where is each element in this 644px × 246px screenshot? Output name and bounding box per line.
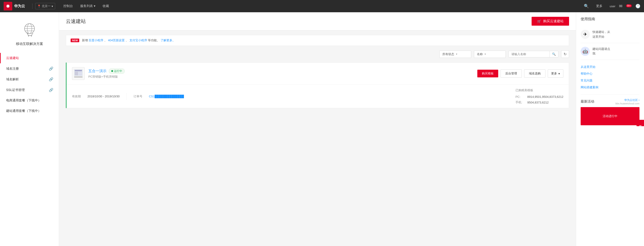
search-input[interactable] xyxy=(509,51,550,57)
content-area: 云速建站 🛒 购买云速建站 NEW 新增 百度小程序 、 404页面设置 、 支… xyxy=(59,12,576,246)
link-icon: 🔗 xyxy=(49,66,53,71)
message-icon[interactable]: ✉ xyxy=(619,4,622,9)
buy-template-button[interactable]: 购买模板 xyxy=(477,70,498,77)
new-badge: NEW xyxy=(70,38,79,42)
nav-console[interactable]: 控制台 xyxy=(60,0,76,12)
search-button[interactable]: 🔍 xyxy=(550,51,558,57)
site-name[interactable]: 五合一演示 xyxy=(88,69,106,73)
username[interactable]: user xyxy=(610,4,616,8)
activity-banner-text: 活动进行中 xyxy=(603,114,618,118)
sidebar-item-domain-register[interactable]: 域名注册 🔗 xyxy=(0,63,59,74)
order-value[interactable]: CS1██████████████ xyxy=(149,95,184,98)
notice-text: 新增 百度小程序 、 404页面设置 、 支付宝小程序 等功能。 了解更多。 xyxy=(82,38,175,42)
link-start[interactable]: 从这里开始 xyxy=(581,63,640,70)
topnav-right: 🔍 更多 user ✉ 99+ 🕐 xyxy=(584,0,640,12)
site-status-badge: 运行中 xyxy=(109,68,125,74)
message-badge: 99+ xyxy=(626,4,632,7)
more-label[interactable]: 更多 xyxy=(592,0,606,12)
svg-rect-18 xyxy=(74,76,82,78)
guide-bot-icon: 🤖 xyxy=(581,47,590,56)
pc-label: PC: xyxy=(516,95,524,98)
domain-select-button[interactable]: 域名选购 xyxy=(524,69,546,78)
site-info: 五合一演示 运行中 PC营销版+手机营销版 xyxy=(88,68,477,79)
cart-icon: 🛒 xyxy=(537,19,541,23)
site-card: 五合一演示 运行中 PC营销版+手机营销版 购买模板 后台管理 域名选购 xyxy=(66,62,569,108)
location-selector[interactable]: 📍 北京一 ▾ xyxy=(35,3,55,9)
notice-link-404[interactable]: 404页面设置 xyxy=(108,38,125,42)
svg-point-11 xyxy=(31,36,32,36)
template-pc-row: PC: 8914,9501,9504,8373,6212 xyxy=(516,95,564,98)
logo-text: 华为云 xyxy=(14,4,25,9)
search-icon[interactable]: 🔍 xyxy=(584,4,589,9)
status-text: 运行中 xyxy=(114,69,122,73)
guide-start-icon: ✈ xyxy=(581,30,590,39)
activity-section: 最新活动 华为云社区 › bbs.huaweicloud.com xyxy=(581,98,640,105)
svg-point-10 xyxy=(28,36,29,36)
huawei-logo-icon xyxy=(4,2,12,10)
site-desc: PC营销版+手机营销版 xyxy=(88,75,477,79)
site-card-top: 五合一演示 运行中 PC营销版+手机营销版 购买模板 后台管理 域名选购 xyxy=(66,63,569,85)
sidebar-item-site-general[interactable]: 建站通用套餐（下线中） xyxy=(0,106,59,116)
main-layout: 移动互联解决方案 云速建站 域名注册 🔗 域名解析 🔗 SSL证书管理 🔗 电商… xyxy=(0,12,644,246)
pc-template-ids: 8914,9501,9504,8373,6212 xyxy=(527,95,564,98)
nav-divider xyxy=(32,3,32,9)
more-button[interactable]: 更多 ▾ xyxy=(548,69,564,78)
status-arrow-icon: ▾ xyxy=(456,53,457,56)
backend-button[interactable]: 后台管理 xyxy=(500,69,522,78)
link-cases[interactable]: 网站搭建案例 xyxy=(581,84,640,91)
guide-title: 使用指南 xyxy=(581,17,640,21)
sidebar-logo-area: 移动互联解决方案 xyxy=(0,17,59,53)
notice-link-alipay[interactable]: 支付宝小程序 xyxy=(130,38,147,42)
community-link[interactable]: 华为云社区 › xyxy=(624,98,640,102)
status-filter-label: 所有状态 xyxy=(442,52,454,56)
site-actions: 购买模板 后台管理 域名选购 更多 ▾ xyxy=(477,69,564,78)
sidebar-nav: 云速建站 域名注册 🔗 域名解析 🔗 SSL证书管理 🔗 电商通用套餐（下线中）… xyxy=(0,53,59,116)
learn-more-link[interactable]: 了解更多。 xyxy=(160,38,175,42)
refresh-button[interactable]: ↻ xyxy=(561,50,569,58)
nav-services[interactable]: 服务列表 ▾ xyxy=(76,0,99,12)
sidebar-item-domain-resolve[interactable]: 域名解析 🔗 xyxy=(0,74,59,85)
svg-rect-16 xyxy=(78,72,82,73)
feedback-button[interactable]: 反馈 xyxy=(636,120,644,126)
page-title: 云速建站 xyxy=(66,18,86,25)
content-body: NEW 新增 百度小程序 、 404页面设置 、 支付宝小程序 等功能。 了解更… xyxy=(59,30,576,113)
sidebar-logo-text: 移动互联解决方案 xyxy=(16,42,43,46)
sidebar-logo-icon xyxy=(20,21,38,39)
status-filter[interactable]: 所有状态 ▾ xyxy=(440,51,471,58)
notice-bar: NEW 新增 百度小程序 、 404页面设置 、 支付宝小程序 等功能。 了解更… xyxy=(66,35,569,46)
logo[interactable]: 华为云 xyxy=(4,2,25,10)
sidebar-item-ssl-cert[interactable]: SSL证书管理 🔗 xyxy=(0,85,59,95)
location-text: 北京一 xyxy=(42,4,51,8)
activity-banner[interactable]: 活动进行中 xyxy=(581,107,640,125)
link-faq[interactable]: 常见问题 xyxy=(581,77,640,84)
location-arrow-icon: ▾ xyxy=(52,4,53,8)
site-icon xyxy=(72,67,85,80)
link-icon: 🔗 xyxy=(49,77,53,81)
clock-icon[interactable]: 🕐 xyxy=(635,4,640,9)
nav-favorites[interactable]: 收藏 xyxy=(99,0,113,12)
sidebar-item-ecommerce[interactable]: 电商通用套餐（下线中） xyxy=(0,95,59,106)
guide-item-help: 🤖 建站问题请点我 xyxy=(581,43,640,60)
template-label: 已购精美模板 xyxy=(516,88,564,92)
type-arrow-icon: ▾ xyxy=(484,53,486,56)
search-input-wrap: 🔍 xyxy=(508,51,558,57)
template-mobile-row: 手机: 9504,8373,6212 xyxy=(516,100,564,104)
community-url: bbs.huaweicloud.com xyxy=(616,102,640,105)
site-thumbnail-icon xyxy=(74,69,83,78)
guide-help-text: 建站问题请点我 xyxy=(592,47,610,56)
validity-item: 有效期 2018/10/30 - 2019/10/30 xyxy=(72,94,120,98)
notice-link-baidu[interactable]: 百度小程序 xyxy=(88,38,103,42)
type-filter-label: 名称 xyxy=(477,52,483,56)
site-card-bottom: 有效期 2018/10/30 - 2019/10/30 订单号 CS1█████… xyxy=(66,85,569,108)
sidebar: 移动互联解决方案 云速建站 域名注册 🔗 域名解析 🔗 SSL证书管理 🔗 电商… xyxy=(0,12,59,246)
buy-site-button[interactable]: 🛒 购买云速建站 xyxy=(532,17,569,26)
guide-item-start: ✈ 快速建站，从这里开始 xyxy=(581,26,640,43)
svg-rect-17 xyxy=(78,74,82,75)
type-filter[interactable]: 名称 ▾ xyxy=(474,51,506,58)
filter-bar: 所有状态 ▾ 名称 ▾ 🔍 ↻ xyxy=(66,50,569,58)
site-name-row: 五合一演示 运行中 xyxy=(88,68,477,74)
activity-title: 最新活动 xyxy=(581,99,594,104)
validity-label: 有效期 xyxy=(72,94,86,98)
link-help[interactable]: 帮助中心 xyxy=(581,70,640,77)
sidebar-item-site-builder[interactable]: 云速建站 xyxy=(0,53,59,63)
